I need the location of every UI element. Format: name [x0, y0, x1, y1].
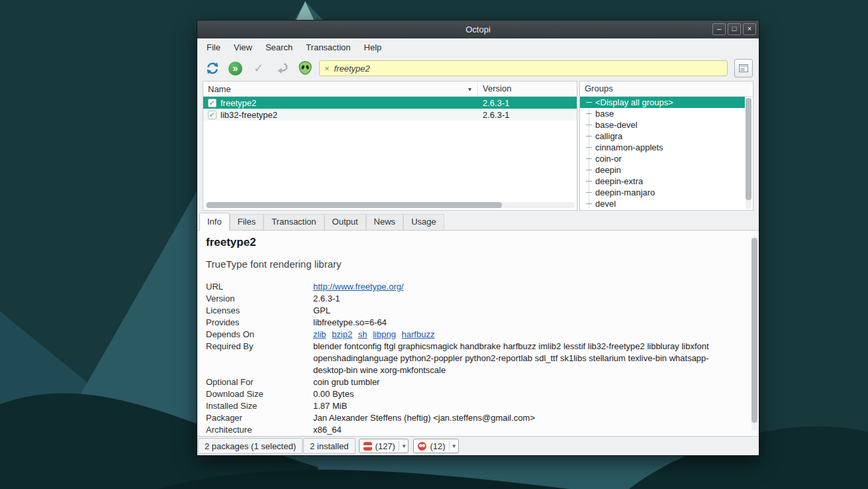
tab-files[interactable]: Files: [230, 214, 264, 230]
depends-link[interactable]: bzip2: [332, 329, 352, 339]
tree-line: [586, 170, 592, 170]
tab-info[interactable]: Info: [199, 213, 230, 231]
rollback-button[interactable]: [273, 60, 291, 78]
depends-link[interactable]: sh: [358, 329, 367, 339]
options-button[interactable]: [734, 59, 753, 78]
tab-news[interactable]: News: [366, 214, 404, 230]
groups-panel: Groups <Display all groups> base base-de…: [579, 81, 753, 211]
group-item[interactable]: devel: [580, 198, 753, 209]
minimize-button[interactable]: –: [712, 23, 726, 35]
groups-scrollbar[interactable]: [746, 98, 751, 209]
menu-help[interactable]: Help: [358, 40, 388, 54]
dropdown-arrow-icon: ▾: [453, 443, 456, 449]
tree-line: [586, 203, 592, 204]
table-row[interactable]: ✓ lib32-freetype2 2.6.3-1: [203, 109, 577, 121]
sort-descending-icon: ▾: [468, 85, 471, 93]
installed-status-icon: ✓: [203, 111, 220, 119]
rollback-icon: [275, 61, 289, 76]
sync-database-button[interactable]: [203, 60, 221, 78]
group-item[interactable]: cinnamon-applets: [580, 142, 753, 153]
titlebar[interactable]: Octopi – □ ×: [197, 21, 759, 38]
octopi-window: Octopi – □ × File View Search Transactio…: [197, 20, 759, 456]
groups-header: Groups: [580, 82, 753, 97]
info-row-optional-for: Optional For coin grub tumbler: [206, 376, 739, 388]
maximize-button[interactable]: □: [728, 23, 741, 35]
package-title: freetype2: [206, 236, 739, 249]
group-item[interactable]: deepin-extra: [580, 176, 753, 187]
group-item[interactable]: base: [580, 108, 753, 119]
menu-file[interactable]: File: [201, 40, 226, 54]
menu-transaction[interactable]: Transaction: [300, 40, 356, 54]
tree-line: [586, 181, 592, 182]
main-split: Name ▾ Version ✓ freetype2 2.6.3-1 ✓ lib…: [197, 81, 759, 211]
outdated-dropdown[interactable]: (127) ▾: [359, 439, 409, 453]
group-item[interactable]: coin-or: [580, 153, 753, 164]
search-text: freetype2: [334, 64, 370, 74]
newer-dropdown[interactable]: (12) ▾: [413, 439, 459, 453]
group-item[interactable]: deepin: [580, 164, 753, 176]
installed-status-icon: ✓: [203, 99, 220, 107]
skull-icon: [418, 442, 426, 451]
info-row-packager: Packager Jan Alexander Steffens (heftig)…: [206, 412, 739, 424]
horizontal-scrollbar[interactable]: [205, 202, 575, 208]
tree-line: [586, 102, 592, 103]
depends-link[interactable]: zlib: [313, 329, 326, 339]
tree-line: [586, 158, 592, 159]
info-row-depends: Depends On zlib bzip2 sh libpng harfbuzz: [206, 329, 739, 341]
horizontal-scrollbar-thumb[interactable]: [207, 202, 502, 208]
tree-line: [586, 113, 592, 114]
info-row-provides: Provides libfreetype.so=6-64: [206, 317, 739, 329]
package-version: 2.6.3-1: [478, 98, 577, 108]
tree-line: [586, 125, 592, 125]
package-list-header: Name ▾ Version: [203, 82, 577, 97]
column-header-name[interactable]: Name ▾: [203, 82, 478, 96]
group-item[interactable]: deepin-manjaro: [580, 187, 753, 198]
tree-line: [586, 192, 592, 193]
group-item[interactable]: calligra: [580, 131, 753, 142]
sync-icon: [205, 61, 220, 76]
status-bar: 2 packages (1 selected) 2 installed (127…: [197, 436, 759, 455]
close-button[interactable]: ×: [743, 23, 756, 35]
info-row-download-size: Download Size 0.00 Bytes: [206, 388, 739, 400]
group-item[interactable]: <Display all groups>: [580, 97, 745, 108]
window-title: Octopi: [465, 25, 491, 34]
toolbar: » ✓ × freetype2: [197, 56, 759, 81]
info-row-architecture: Architecture x86_64: [206, 424, 739, 436]
info-scrollbar-thumb[interactable]: [751, 238, 757, 423]
tab-bar: Info Files Transaction Output News Usage: [197, 211, 759, 231]
status-installed: 2 installed: [303, 438, 356, 454]
package-name: freetype2: [220, 98, 478, 108]
package-version: 2.6.3-1: [478, 110, 577, 120]
column-name-label: Name: [208, 84, 231, 94]
table-row[interactable]: ✓ freetype2 2.6.3-1: [203, 97, 577, 109]
tab-transaction[interactable]: Transaction: [264, 214, 324, 230]
clear-search-icon[interactable]: ×: [324, 64, 330, 74]
window-controls: – □ ×: [712, 23, 756, 35]
info-row-installed-size: Installed Size 1.87 MiB: [206, 400, 739, 412]
groups-scrollbar-thumb[interactable]: [746, 98, 751, 200]
commit-button[interactable]: ✓: [250, 60, 267, 78]
menu-search[interactable]: Search: [260, 40, 299, 54]
info-scrollbar[interactable]: [751, 236, 757, 431]
octopi-logo-button[interactable]: [296, 60, 314, 78]
tab-output[interactable]: Output: [324, 214, 366, 230]
menu-view[interactable]: View: [228, 40, 258, 54]
depends-link[interactable]: harfbuzz: [402, 329, 435, 339]
newer-count: (12): [430, 441, 445, 451]
package-description: TrueType font rendering library: [206, 258, 739, 270]
column-header-version[interactable]: Version: [478, 82, 577, 96]
info-row-url: URL http://www.freetype.org/: [206, 281, 739, 293]
menu-bar: File View Search Transaction Help: [197, 38, 759, 56]
package-list: Name ▾ Version ✓ freetype2 2.6.3-1 ✓ lib…: [203, 81, 577, 211]
check-updates-button[interactable]: »: [226, 60, 244, 78]
outdated-icon: [363, 442, 372, 451]
combo-separator: [399, 441, 399, 451]
group-item[interactable]: base-devel: [580, 119, 753, 131]
tree-line: [586, 147, 592, 148]
url-link[interactable]: http://www.freetype.org/: [313, 282, 404, 292]
tab-usage[interactable]: Usage: [403, 214, 444, 230]
depends-link[interactable]: libpng: [373, 329, 396, 339]
search-input[interactable]: × freetype2: [319, 60, 728, 76]
info-row-version: Version 2.6.3-1: [206, 293, 739, 305]
alien-icon: [297, 60, 314, 76]
